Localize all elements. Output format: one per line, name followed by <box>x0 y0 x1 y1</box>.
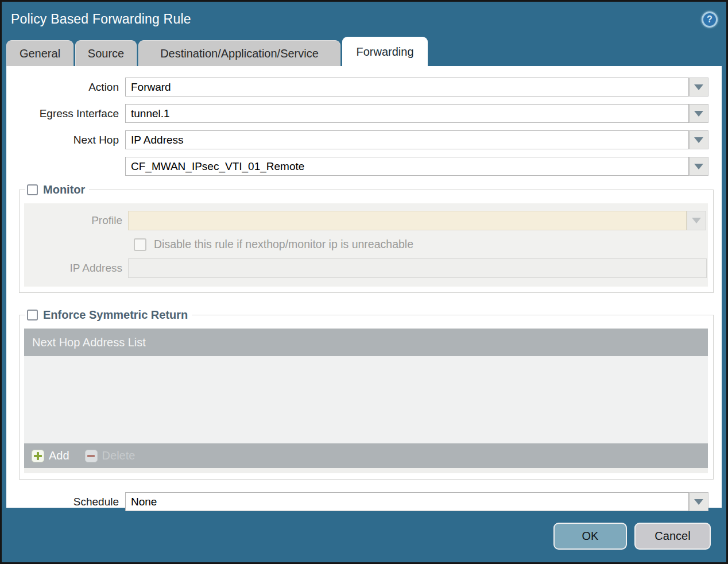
table-toolbar: Add Delete <box>24 443 708 468</box>
chevron-down-icon <box>694 164 703 169</box>
table-scroll-strip <box>24 468 708 473</box>
next-hop-row: Next Hop IP Address <box>6 130 708 149</box>
tab-source[interactable]: Source <box>75 40 137 66</box>
chevron-down-icon <box>694 499 703 505</box>
monitor-checkbox[interactable] <box>27 184 38 195</box>
next-hop-address-dropdown-button[interactable] <box>689 157 708 176</box>
dialog-title: Policy Based Forwarding Rule <box>11 11 191 27</box>
action-row: Action Forward <box>6 78 708 96</box>
dialog-content: Action Forward Egress Interface tunnel.1… <box>6 66 722 508</box>
table-body[interactable] <box>24 356 708 443</box>
next-hop-address-table: Next Hop Address List Add Delete <box>24 329 708 473</box>
monitor-legend: Monitor <box>25 183 89 196</box>
next-hop-dropdown-button[interactable] <box>689 130 708 149</box>
schedule-dropdown-button[interactable] <box>689 492 708 511</box>
symmetric-return-title: Enforce Symmetric Return <box>43 308 188 322</box>
chevron-down-icon <box>694 111 703 117</box>
monitor-group: Monitor Profile Disable this rule if nex… <box>19 183 714 293</box>
monitor-panel: Profile Disable this rule if nexthop/mon… <box>24 203 708 287</box>
delete-button-label: Delete <box>102 449 135 462</box>
cancel-button[interactable]: Cancel <box>634 523 711 550</box>
tab-forwarding[interactable]: Forwarding <box>342 37 428 66</box>
add-button[interactable]: Add <box>32 449 69 462</box>
profile-label: Profile <box>24 214 128 227</box>
chevron-down-icon <box>694 84 703 90</box>
action-select[interactable]: Forward <box>125 78 689 96</box>
profile-row: Profile <box>24 211 708 230</box>
egress-interface-dropdown-button[interactable] <box>689 104 708 123</box>
help-icon[interactable]: ? <box>702 11 718 28</box>
tab-destination-application-service[interactable]: Destination/Application/Service <box>138 40 340 66</box>
symmetric-return-legend: Enforce Symmetric Return <box>25 308 192 322</box>
schedule-label: Schedule <box>6 496 125 508</box>
plus-icon <box>32 450 44 462</box>
tab-bar: General Source Destination/Application/S… <box>2 37 726 66</box>
next-hop-address-select[interactable]: CF_MWAN_IPsec_VTI_01_Remote <box>125 157 689 176</box>
egress-interface-select[interactable]: tunnel.1 <box>125 104 689 123</box>
minus-icon <box>85 450 98 462</box>
schedule-row: Schedule None <box>6 492 708 511</box>
egress-interface-row: Egress Interface tunnel.1 <box>6 104 708 123</box>
chevron-down-icon <box>694 137 703 143</box>
disable-rule-label: Disable this rule if nexthop/monitor ip … <box>154 238 413 251</box>
egress-interface-label: Egress Interface <box>6 107 125 120</box>
action-dropdown-button[interactable] <box>689 78 708 96</box>
symmetric-return-checkbox[interactable] <box>27 310 38 320</box>
disable-rule-checkbox[interactable] <box>134 238 146 251</box>
monitor-ip-row: IP Address <box>24 258 708 278</box>
dialog-footer: OK Cancel <box>2 508 726 562</box>
delete-button[interactable]: Delete <box>85 449 135 462</box>
monitor-ip-label: IP Address <box>24 262 128 275</box>
policy-based-forwarding-dialog: Policy Based Forwarding Rule ? General S… <box>0 0 728 564</box>
profile-dropdown-button <box>687 211 706 230</box>
monitor-ip-input <box>128 258 707 278</box>
schedule-select[interactable]: None <box>125 492 689 511</box>
next-hop-label: Next Hop <box>6 134 125 146</box>
add-button-label: Add <box>49 449 69 462</box>
ok-button[interactable]: OK <box>553 523 627 550</box>
next-hop-address-row: CF_MWAN_IPsec_VTI_01_Remote <box>6 157 708 176</box>
tab-general[interactable]: General <box>6 40 73 66</box>
profile-select <box>128 211 687 230</box>
dialog-titlebar: Policy Based Forwarding Rule ? <box>2 2 726 37</box>
action-label: Action <box>6 81 125 94</box>
disable-rule-row: Disable this rule if nexthop/monitor ip … <box>134 238 708 251</box>
symmetric-return-group: Enforce Symmetric Return Next Hop Addres… <box>19 308 714 480</box>
next-hop-type-select[interactable]: IP Address <box>125 130 689 149</box>
monitor-title: Monitor <box>43 183 85 196</box>
table-header: Next Hop Address List <box>24 329 708 356</box>
chevron-down-icon <box>692 218 701 223</box>
